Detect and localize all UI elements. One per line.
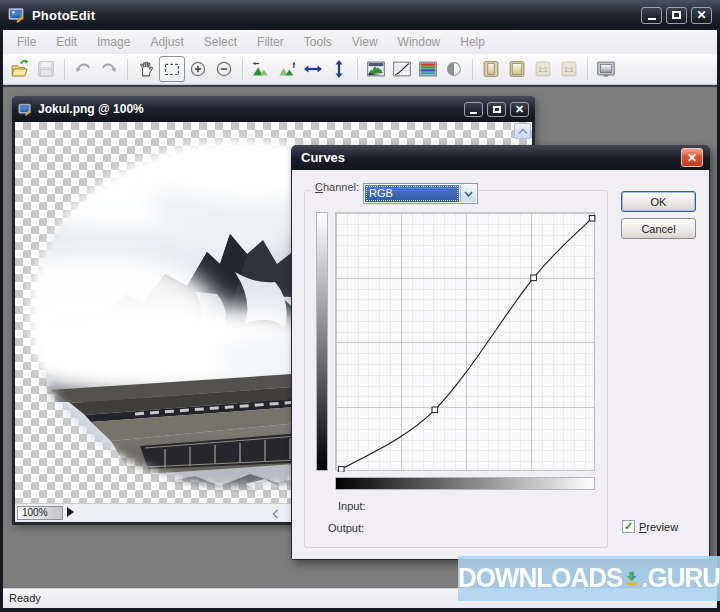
actual-size-window-button[interactable] [504, 56, 530, 82]
preview-checkbox[interactable]: ✓ [622, 520, 635, 533]
undo-button[interactable] [70, 56, 96, 82]
input-label: Input: [338, 500, 366, 512]
toolbar-separator [127, 59, 128, 80]
channel-label: Channel: [311, 181, 363, 193]
brightness-button[interactable] [441, 56, 467, 82]
chevron-down-icon [464, 191, 473, 197]
menu-item-image[interactable]: Image [87, 30, 140, 54]
output-label: Output: [328, 522, 364, 534]
svg-text:1:1: 1:1 [564, 66, 574, 73]
one-to-one-b-button[interactable]: 1:1 [556, 56, 582, 82]
zoom-out-icon [213, 58, 235, 80]
curves-dialog-close-button[interactable]: ✕ [681, 148, 703, 167]
status-text: Ready [9, 592, 41, 604]
curves-dialog-titlebar[interactable]: Curves [291, 145, 710, 170]
mdi-workspace: Jokul.png @ 100% ✕ [3, 85, 717, 588]
close-button[interactable]: ✕ [691, 7, 712, 24]
preview-control: ✓ Preview [622, 520, 678, 533]
undo-icon [72, 58, 94, 80]
histogram-icon [365, 58, 387, 80]
flip-horizontal-button[interactable] [248, 56, 274, 82]
zoom-in-icon [187, 58, 209, 80]
menu-item-filter[interactable]: Filter [247, 30, 294, 54]
curves-dialog-title: Curves [301, 150, 345, 165]
app-titlebar[interactable]: PhotoEdit ✕ [0, 0, 720, 30]
one-to-one-a-button[interactable]: 1:1 [530, 56, 556, 82]
fit-window-icon [480, 58, 502, 80]
chevron-left-icon [272, 509, 279, 519]
menu-item-adjust[interactable]: Adjust [140, 30, 193, 54]
flip-horizontal-icon [250, 58, 272, 80]
document-titlebar[interactable]: Jokul.png @ 100% ✕ [12, 96, 535, 122]
vertical-scroll-up-button[interactable] [514, 123, 531, 139]
zoom-menu-arrow-icon[interactable] [67, 507, 74, 517]
histogram-button[interactable] [363, 56, 389, 82]
curves-button[interactable] [389, 56, 415, 82]
actual-size-window-icon [506, 58, 528, 80]
save-button[interactable] [33, 56, 59, 82]
cancel-button[interactable]: Cancel [621, 218, 696, 239]
curve-canvas[interactable] [336, 213, 596, 472]
menu-item-window[interactable]: Window [388, 30, 451, 54]
save-floppy-icon [35, 58, 57, 80]
minimize-icon [648, 18, 656, 20]
menu-item-help[interactable]: Help [450, 30, 495, 54]
curve-control-point[interactable] [338, 467, 344, 472]
curve-control-point[interactable] [531, 275, 537, 281]
curves-icon [391, 58, 413, 80]
horizontal-gradient-bar [335, 477, 595, 490]
open-button[interactable] [7, 56, 33, 82]
minimize-button[interactable] [641, 7, 662, 24]
maximize-icon [493, 106, 501, 113]
stretch-vertical-button[interactable] [326, 56, 352, 82]
app-icon [8, 7, 25, 23]
chevron-up-icon [518, 128, 528, 135]
menu-bar: FileEditImageAdjustSelectFilterToolsView… [3, 30, 717, 54]
menu-item-select[interactable]: Select [194, 30, 247, 54]
tone-curve [341, 218, 592, 469]
fullscreen-button[interactable] [593, 56, 619, 82]
document-maximize-button[interactable] [487, 102, 506, 117]
checkmark-icon: ✓ [624, 521, 633, 532]
marquee-selection-icon [161, 58, 183, 80]
color-palette-button[interactable] [415, 56, 441, 82]
watermark-banner: DOWNLOADS .GURU [458, 556, 720, 601]
menu-item-view[interactable]: View [342, 30, 388, 54]
channel-dropdown[interactable]: RGB [363, 183, 478, 204]
hand-tool-button[interactable] [133, 56, 159, 82]
stretch-horizontal-button[interactable] [300, 56, 326, 82]
redo-button[interactable] [96, 56, 122, 82]
channel-dropdown-button[interactable] [460, 185, 476, 202]
zoom-level-box[interactable]: 100% [17, 506, 63, 520]
zoom-out-button[interactable] [211, 56, 237, 82]
redo-icon [98, 58, 120, 80]
horizontal-scroll-left-button[interactable] [267, 507, 283, 520]
photoedit-app: PhotoEdit ✕ FileEditImageAdjustSelectFil… [0, 0, 720, 612]
menu-item-file[interactable]: File [7, 30, 46, 54]
toolbar: 1:1 1:1 [3, 54, 717, 85]
fit-window-button[interactable] [478, 56, 504, 82]
document-minimize-button[interactable] [464, 102, 483, 117]
ok-button[interactable]: OK [621, 191, 696, 212]
horizontal-double-arrow-icon [302, 58, 324, 80]
maximize-icon [672, 11, 681, 19]
zoom-in-button[interactable] [185, 56, 211, 82]
maximize-button[interactable] [666, 7, 687, 24]
one-to-one-icon: 1:1 [558, 58, 580, 80]
curve-control-point[interactable] [589, 215, 595, 221]
flip-vertical-button[interactable] [274, 56, 300, 82]
app-title: PhotoEdit [32, 8, 95, 23]
watermark-text-left: DOWNLOADS [458, 562, 622, 594]
curve-control-point[interactable] [432, 407, 438, 413]
brightness-contrast-icon [443, 58, 465, 80]
curve-grid[interactable] [335, 212, 595, 471]
rect-select-button[interactable] [159, 56, 185, 82]
toolbar-separator [357, 59, 358, 80]
menu-item-tools[interactable]: Tools [294, 30, 342, 54]
document-title: Jokul.png @ 100% [38, 102, 144, 116]
menu-item-edit[interactable]: Edit [46, 30, 87, 54]
document-close-button[interactable]: ✕ [510, 102, 529, 117]
download-logo-icon [623, 566, 640, 591]
color-stripes-icon [417, 58, 439, 80]
one-to-one-icon: 1:1 [532, 58, 554, 80]
